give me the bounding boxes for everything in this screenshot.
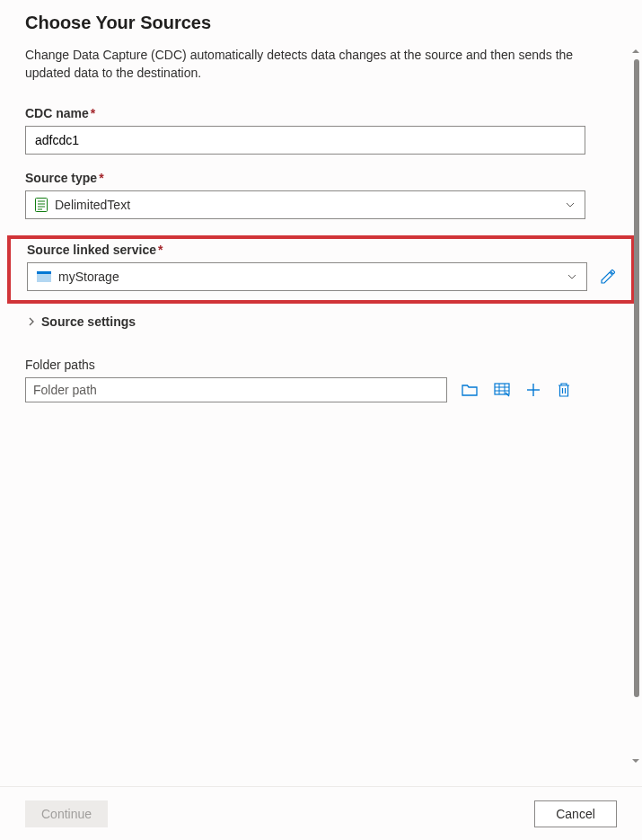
svg-rect-6: [37, 274, 51, 282]
svg-rect-5: [37, 271, 51, 274]
source-type-field: Source type* DelimitedText: [25, 171, 617, 219]
folder-icon: [462, 383, 478, 397]
folder-path-input[interactable]: [25, 377, 447, 402]
source-settings-expander[interactable]: Source settings: [25, 314, 617, 329]
cdc-name-label-text: CDC name: [25, 106, 89, 120]
delimited-text-icon: [35, 198, 48, 212]
source-type-label-text: Source type: [25, 171, 97, 185]
linked-service-select[interactable]: myStorage: [27, 262, 587, 291]
preview-data-button[interactable]: [492, 381, 512, 399]
source-type-select[interactable]: DelimitedText: [25, 190, 585, 219]
source-settings-label: Source settings: [41, 314, 136, 329]
chevron-right-icon: [27, 317, 36, 326]
storage-icon: [37, 271, 51, 282]
cdc-name-label: CDC name*: [25, 106, 617, 120]
linked-service-label-text: Source linked service: [27, 243, 156, 257]
linked-service-highlight: Source linked service* myStorage: [7, 235, 635, 304]
scroll-up-icon: [631, 47, 640, 56]
scrollbar[interactable]: [631, 47, 640, 765]
footer: Continue Cancel: [0, 786, 642, 840]
cancel-button[interactable]: Cancel: [534, 800, 617, 827]
source-type-value: DelimitedText: [55, 198, 130, 212]
pencil-icon: [600, 269, 616, 285]
browse-folder-button[interactable]: [460, 381, 479, 399]
page-title: Choose Your Sources: [25, 13, 617, 33]
scroll-down-icon: [631, 756, 640, 765]
folder-paths-label: Folder paths: [25, 358, 617, 372]
chevron-down-icon: [567, 271, 577, 282]
cdc-name-field: CDC name*: [25, 106, 617, 155]
folder-paths-field: Folder paths: [25, 358, 617, 402]
add-folder-button[interactable]: [524, 381, 542, 399]
delete-folder-button[interactable]: [555, 380, 573, 400]
required-indicator: *: [91, 106, 95, 120]
linked-service-label: Source linked service*: [27, 243, 615, 257]
plus-icon: [526, 383, 541, 397]
linked-service-field: Source linked service* myStorage: [27, 243, 615, 291]
page-description: Change Data Capture (CDC) automatically …: [25, 46, 600, 83]
source-type-label: Source type*: [25, 171, 617, 185]
linked-service-value: myStorage: [58, 270, 119, 284]
table-icon: [494, 383, 510, 397]
continue-button[interactable]: Continue: [25, 800, 108, 827]
edit-linked-service-button[interactable]: [596, 265, 620, 288]
svg-rect-7: [495, 384, 509, 394]
chevron-down-icon: [565, 199, 576, 210]
required-indicator: *: [99, 171, 103, 185]
trash-icon: [557, 382, 571, 398]
scrollbar-thumb[interactable]: [634, 59, 639, 697]
cdc-name-input[interactable]: [25, 126, 585, 155]
required-indicator: *: [158, 243, 163, 257]
